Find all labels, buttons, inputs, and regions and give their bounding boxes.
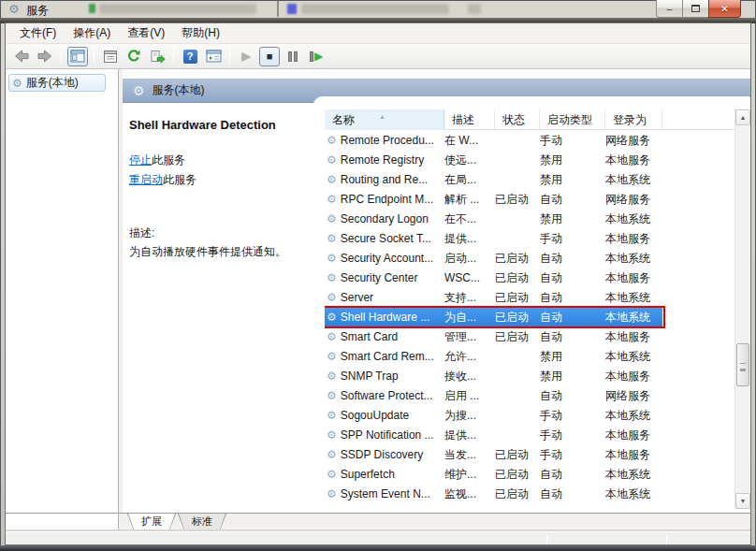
cell-startup: 自动 bbox=[540, 288, 603, 308]
cell-logon: 本地服务 bbox=[605, 445, 662, 465]
table-row[interactable]: ⚙RPC Endpoint M...解析 ...已启动自动网络服务 bbox=[325, 190, 734, 210]
status-bar bbox=[6, 531, 750, 544]
background-window-blur bbox=[301, 4, 449, 14]
table-row[interactable]: ⚙Secure Socket T...提供...手动本地服务 bbox=[325, 229, 734, 249]
table-row[interactable]: ⚙Smart Card管理...已启动自动本地服务 bbox=[325, 327, 734, 347]
cell-desc: 为自... bbox=[444, 308, 493, 327]
show-action-pane-icon[interactable] bbox=[203, 47, 224, 66]
table-row[interactable]: ⚙Secondary Logon在不...禁用本地系统 bbox=[325, 210, 734, 229]
cell-logon: 网络服务 bbox=[605, 131, 662, 151]
table-row[interactable]: ⚙SPP Notification ...提供...手动本地服务 bbox=[325, 426, 734, 445]
selected-service-name: Shell Hardware Detection bbox=[129, 118, 276, 132]
restart-service-icon[interactable]: ▶ bbox=[306, 47, 327, 66]
cell-startup: 禁用 bbox=[540, 210, 603, 229]
pause-service-icon[interactable] bbox=[283, 47, 303, 66]
cell-desc: 管理... bbox=[444, 327, 493, 347]
scroll-up-icon[interactable]: ▲ bbox=[735, 109, 750, 125]
table-row[interactable]: ⚙Shell Hardware ...为自...已启动自动本地系统 bbox=[325, 308, 734, 327]
stop-service-icon[interactable]: ■ bbox=[259, 47, 280, 66]
cell-name: ⚙Server bbox=[327, 288, 444, 308]
cell-desc: 启动... bbox=[444, 249, 493, 268]
services-pane: ⚙ 服务(本地) Shell Hardware Detection 停止此服务 … bbox=[123, 69, 750, 513]
table-row[interactable]: ⚙Remote Registry使远...禁用本地服务 bbox=[325, 151, 734, 170]
cell-name: ⚙SogouUpdate bbox=[327, 406, 444, 426]
services-window: ⚙ 服务 – ✕ 文件(F) 操作(A) 查看(V) 帮助(H) bbox=[0, 0, 756, 551]
scrollbar-thumb[interactable] bbox=[736, 343, 749, 386]
menu-view[interactable]: 查看(V) bbox=[119, 22, 173, 44]
window-title: 服务 bbox=[26, 3, 49, 19]
column-header-description[interactable]: 描述 bbox=[444, 109, 495, 130]
help-icon[interactable]: ? bbox=[180, 47, 200, 66]
pane-header-title: 服务(本地) bbox=[153, 82, 205, 98]
table-row[interactable]: ⚙System Event N...监视...已启动自动本地系统 bbox=[325, 485, 734, 504]
tab-standard[interactable]: 标准 bbox=[179, 514, 225, 529]
table-row[interactable]: ⚙Remote Procedu...在 W...手动网络服务 bbox=[325, 131, 734, 151]
export-list-icon[interactable] bbox=[147, 47, 167, 66]
toolbar-separator bbox=[173, 48, 174, 65]
start-service-icon[interactable]: ▶ bbox=[236, 47, 256, 66]
cell-desc: 维护... bbox=[444, 465, 493, 485]
scroll-down-icon[interactable]: ▼ bbox=[735, 493, 750, 509]
tree-node-services-local[interactable]: ⚙ 服务(本地) bbox=[8, 74, 106, 92]
column-header-logon-as[interactable]: 登录为 bbox=[605, 109, 662, 130]
service-gear-icon: ⚙ bbox=[327, 426, 337, 445]
gear-icon: ⚙ bbox=[133, 83, 145, 98]
menu-file[interactable]: 文件(F) bbox=[11, 22, 65, 44]
show-console-tree-icon[interactable] bbox=[67, 47, 88, 66]
cell-status bbox=[495, 367, 538, 386]
column-header-blank bbox=[662, 109, 734, 130]
frame-edge bbox=[0, 545, 756, 551]
column-header-status[interactable]: 状态 bbox=[495, 109, 540, 130]
cell-logon: 本地服务 bbox=[605, 229, 662, 249]
cell-desc: 在 W... bbox=[444, 131, 493, 151]
cell-status: 已启动 bbox=[495, 288, 538, 308]
title-bar[interactable]: ⚙ 服务 – ✕ bbox=[0, 0, 756, 18]
refresh-icon[interactable] bbox=[124, 47, 144, 66]
maximize-icon bbox=[691, 5, 700, 12]
cell-desc: WSC... bbox=[444, 268, 493, 288]
column-header-startup-type[interactable]: 启动类型 bbox=[540, 109, 605, 130]
table-row[interactable]: ⚙Routing and Re...在局...禁用本地系统 bbox=[325, 170, 734, 190]
service-rows: ⚙Remote Procedu...在 W...手动网络服务⚙Remote Re… bbox=[325, 131, 734, 504]
table-row[interactable]: ⚙Superfetch维护...已启动自动本地系统 bbox=[325, 465, 734, 485]
cell-status: 已启动 bbox=[495, 268, 538, 288]
table-row[interactable]: ⚙Smart Card Rem...允许...禁用本地系统 bbox=[325, 347, 734, 367]
service-gear-icon: ⚙ bbox=[327, 445, 337, 465]
restart-glyph: ▶ bbox=[310, 50, 323, 63]
cell-logon: 本地系统 bbox=[605, 485, 662, 504]
menu-help[interactable]: 帮助(H) bbox=[173, 22, 228, 44]
minimize-button[interactable]: – bbox=[656, 0, 683, 18]
column-header-name[interactable]: 名称 ▲ bbox=[325, 109, 444, 130]
table-row[interactable]: ⚙SNMP Trap接收...禁用本地服务 bbox=[325, 367, 734, 386]
cell-startup: 手动 bbox=[540, 131, 603, 151]
stop-service-link[interactable]: 停止 bbox=[129, 153, 152, 167]
tab-extended[interactable]: 扩展 bbox=[128, 514, 175, 529]
properties-icon[interactable] bbox=[100, 47, 121, 66]
menu-action[interactable]: 操作(A) bbox=[65, 22, 119, 44]
cell-logon: 本地服务 bbox=[605, 426, 662, 445]
vertical-scrollbar[interactable]: ▲ ▼ bbox=[734, 109, 749, 509]
table-row[interactable]: ⚙Software Protect...启用 ...自动网络服务 bbox=[325, 386, 734, 406]
content-frame: 文件(F) 操作(A) 查看(V) 帮助(H) bbox=[5, 22, 751, 545]
close-button[interactable]: ✕ bbox=[708, 0, 741, 18]
table-row[interactable]: ⚙Security Account...启动...已启动自动本地系统 bbox=[325, 249, 734, 268]
back-icon[interactable] bbox=[11, 47, 32, 66]
cell-status: 已启动 bbox=[495, 308, 538, 327]
console-tree-pane: ⚙ 服务(本地) bbox=[6, 69, 119, 513]
service-gear-icon: ⚙ bbox=[327, 170, 337, 190]
cell-name: ⚙Smart Card Rem... bbox=[327, 347, 444, 367]
table-row[interactable]: ⚙Security CenterWSC...已启动自动本地服务 bbox=[325, 268, 734, 288]
background-window-blur bbox=[468, 4, 481, 14]
toolbar-separator bbox=[94, 48, 94, 65]
cell-status bbox=[495, 406, 538, 426]
cell-status bbox=[495, 426, 538, 445]
maximize-button[interactable] bbox=[682, 0, 709, 18]
tree-node-label: 服务(本地) bbox=[26, 75, 79, 91]
table-row[interactable]: ⚙SSDP Discovery当发...已启动手动本地服务 bbox=[325, 445, 734, 465]
table-row[interactable]: ⚙SogouUpdate为搜...手动本地系统 bbox=[325, 406, 734, 426]
cell-status: 已启动 bbox=[495, 327, 538, 347]
restart-service-link[interactable]: 重启动 bbox=[129, 173, 163, 186]
forward-icon[interactable] bbox=[35, 47, 55, 66]
table-row[interactable]: ⚙Server支持...已启动自动本地系统 bbox=[325, 288, 734, 308]
cell-startup: 禁用 bbox=[540, 347, 603, 367]
